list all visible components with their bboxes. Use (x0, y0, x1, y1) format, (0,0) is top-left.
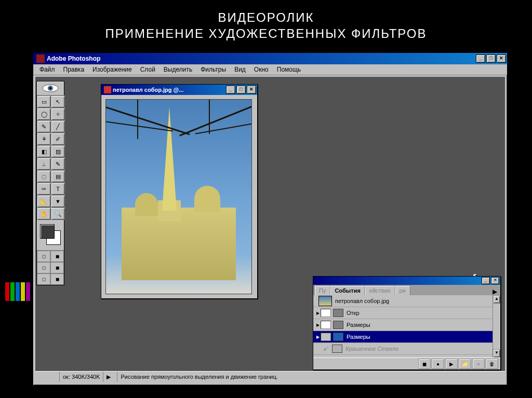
mode-buttons: ◻ ◼ ◻ ◼ ◻ ◼ (37, 250, 64, 285)
history-row-sizes-selected[interactable]: ▶ Размеры (313, 331, 493, 343)
palette-new-button[interactable]: ▫ (472, 359, 485, 369)
palette-collapse-button[interactable]: _ (482, 277, 490, 284)
slide-title-line2: ПРИМЕНЕНИЕ ХУДОЖЕСТВЕННЫХ ФИЛЬТРОВ (0, 25, 532, 42)
menu-edit[interactable]: Правка (59, 65, 89, 74)
document-title-bar[interactable]: петропавл собор.jpg @... _ □ ✕ (101, 85, 257, 95)
status-bar: ок: 340K/340K ▶ Рисование прямоугольного… (35, 371, 505, 382)
brush-tool[interactable]: ╱ (51, 120, 65, 133)
status-menu-arrow-icon[interactable]: ▶ (103, 372, 117, 382)
lasso-tool[interactable]: ◯ (37, 108, 51, 120)
stamp-tool[interactable]: ⚘ (37, 133, 51, 145)
palette-stop-button[interactable]: ◼ (418, 359, 431, 369)
history-brush-tool[interactable]: ✐ (51, 133, 65, 145)
toolbox[interactable]: ▭ ↖ ◯ ✧ ✎ ╱ ⚘ ✐ ◧ ▨ ⟂ ✎ ◌ ▤ ✑ T 📐 ▼ ✋ 🔍 … (36, 81, 64, 285)
document-window[interactable]: петропавл собор.jpg @... _ □ ✕ (101, 84, 258, 299)
foreground-color-swatch[interactable] (40, 224, 55, 239)
history-palette[interactable]: _ ✕ Пу События ействия ри ▶ петропавл со… (313, 276, 501, 370)
document-canvas[interactable] (101, 95, 257, 298)
row-label: Размеры (347, 334, 370, 340)
palette-tab-partial-left[interactable]: Пу (314, 285, 330, 295)
minimize-button[interactable]: _ (476, 54, 485, 63)
history-row-stained-glass[interactable]: 🖌 Крашенное Стекло (313, 343, 493, 355)
row-label: Крашенное Стекло (345, 346, 398, 352)
blur-tool[interactable]: ⟂ (37, 158, 51, 170)
history-row-open[interactable]: ▶ Откр (313, 307, 493, 319)
slide-title: ВИДЕОРОЛИК ПРИМЕНЕНИЕ ХУДОЖЕСТВЕННЫХ ФИЛ… (0, 0, 532, 46)
pen-tool[interactable]: ◌ (37, 170, 51, 183)
doc-minimize-button[interactable]: _ (226, 86, 235, 94)
menu-select[interactable]: Выделить (159, 65, 196, 74)
row-checkbox[interactable] (321, 333, 331, 341)
row-checkbox[interactable] (321, 309, 331, 317)
menu-help[interactable]: Помощь (273, 65, 305, 74)
tool-grid: ▭ ↖ ◯ ✧ ✎ ╱ ⚘ ✐ ◧ ▨ ⟂ ✎ ◌ ▤ ✑ T 📐 ▼ ✋ 🔍 (37, 95, 64, 220)
app-title: Adobe Photoshop (47, 55, 475, 62)
row-label: Размеры (347, 322, 370, 328)
palette-close-button[interactable]: ✕ (491, 277, 499, 284)
maximize-button[interactable]: □ (486, 54, 496, 63)
status-doc-size[interactable]: ок: 340K/340K (60, 372, 103, 382)
palette-tab-partial-right[interactable]: ействия (365, 285, 395, 295)
palette-menu-arrow-icon[interactable]: ▶ (490, 288, 499, 295)
screen-mode-3[interactable]: ◻ (37, 273, 50, 285)
move-tool[interactable]: ↖ (51, 95, 65, 108)
screen-mode-2[interactable]: ◼ (50, 262, 64, 273)
sizes-icon (333, 333, 343, 341)
screen-mode-4[interactable]: ◼ (50, 273, 64, 285)
filter-icon (332, 345, 342, 353)
row-checkbox[interactable] (321, 321, 331, 329)
menu-file[interactable]: Файл (35, 65, 59, 74)
airbrush-tool[interactable]: ✎ (37, 120, 51, 133)
mode-quickmask[interactable]: ◼ (50, 251, 64, 262)
document-image (105, 99, 252, 294)
menu-filters[interactable]: Фильтры (196, 65, 230, 74)
app-icon (36, 54, 45, 63)
title-bar[interactable]: Adobe Photoshop _ □ ✕ (33, 53, 507, 64)
measure-tool[interactable]: ✑ (37, 183, 51, 195)
zoom-tool[interactable]: 🔍 (51, 208, 65, 220)
doc-close-button[interactable]: ✕ (247, 86, 256, 94)
photoshop-window: Adobe Photoshop _ □ ✕ Файл Правка Изобра… (32, 52, 508, 386)
marquee-tool[interactable]: ▭ (37, 95, 51, 108)
scroll-down-button[interactable]: ▼ (493, 349, 500, 358)
menu-window[interactable]: Окно (250, 65, 273, 74)
palette-title-bar[interactable]: _ ✕ (313, 277, 500, 285)
expand-arrow-icon[interactable]: ▶ (315, 323, 321, 327)
doc-maximize-button[interactable]: □ (236, 86, 246, 94)
palette-delete-button[interactable]: 🗑 (486, 359, 498, 369)
palette-scrollbar[interactable]: ▲ ▼ (493, 295, 500, 358)
status-zoom[interactable] (35, 372, 60, 382)
menu-image[interactable]: Изображение (88, 65, 136, 74)
history-row-sizes[interactable]: ▶ Размеры (313, 319, 493, 331)
wand-tool[interactable]: ✧ (51, 108, 65, 120)
row-label: Откр (347, 310, 360, 316)
pencil-tool[interactable]: ▨ (51, 145, 65, 158)
palette-tab-partial-right2[interactable]: ри (395, 285, 410, 295)
eyedropper-tool[interactable]: ▼ (51, 195, 65, 208)
type-tool[interactable]: ▤ (51, 170, 65, 183)
screen-mode-1[interactable]: ◻ (37, 262, 50, 273)
palette-play-button[interactable]: ▶ (445, 359, 458, 369)
document-icon (104, 86, 111, 93)
palette-list: петропавл собор.jpg ▶ Откр ▶ Размеры ▶ (313, 295, 493, 358)
color-swatches[interactable] (37, 222, 64, 249)
expand-arrow-icon[interactable]: ▶ (315, 311, 321, 315)
slide-title-line1: ВИДЕОРОЛИК (0, 9, 532, 25)
sizes-icon (333, 321, 343, 329)
hand-tool[interactable]: ✋ (37, 208, 51, 220)
history-snapshot-row[interactable]: петропавл собор.jpg (313, 295, 493, 307)
eraser-tool[interactable]: ◧ (37, 145, 51, 158)
palette-new-folder-button[interactable]: 📁 (459, 359, 471, 369)
close-button[interactable]: ✕ (497, 54, 506, 63)
bucket-tool[interactable]: 📐 (37, 195, 51, 208)
menu-view[interactable]: Вид (230, 65, 250, 74)
expand-arrow-icon[interactable]: ▶ (315, 335, 321, 339)
gradient-tool[interactable]: T (51, 183, 65, 195)
menu-layer[interactable]: Слой (136, 65, 159, 74)
palette-tab-events[interactable]: События (330, 285, 365, 295)
scroll-up-button[interactable]: ▲ (493, 295, 500, 304)
dodge-tool[interactable]: ✎ (51, 158, 65, 170)
brush-icon: 🖌 (321, 345, 330, 352)
palette-record-button[interactable]: ● (432, 359, 444, 369)
mode-standard[interactable]: ◻ (37, 251, 50, 262)
